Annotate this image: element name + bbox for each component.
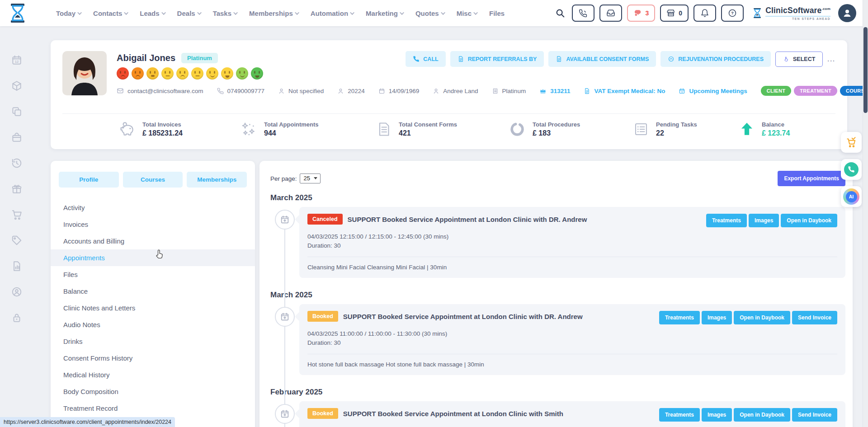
sidebar-menu-item[interactable]: Drinks [51, 333, 255, 350]
shopping-calendar-icon[interactable] [11, 131, 23, 143]
mood-face-icon[interactable] [176, 67, 189, 80]
sidebar-menu-item[interactable]: Accounts and Billing [51, 233, 255, 249]
mood-face-icon[interactable] [251, 67, 263, 80]
client-id: 20224 [337, 88, 365, 94]
cart-icon[interactable] [11, 209, 23, 221]
sidebar-menu-item[interactable]: Medical History [51, 366, 255, 383]
calendar-plus-icon [275, 404, 295, 424]
nav-item[interactable]: Files [489, 9, 505, 17]
history-icon[interactable] [11, 157, 23, 169]
nav-item[interactable]: Quotes [415, 9, 445, 17]
copy-icon[interactable] [11, 106, 23, 117]
price-tag-icon[interactable] [11, 235, 23, 246]
per-page-select[interactable]: 25 [300, 174, 321, 183]
appointment-action-button[interactable]: Images [702, 408, 732, 422]
chevron-down-icon [473, 10, 478, 15]
calendar-12-icon: 12 [679, 88, 685, 94]
nav-item[interactable]: Misc [457, 9, 478, 17]
help-button[interactable]: ? [721, 5, 744, 22]
vat-status[interactable]: VAT Exempt Medical: No [584, 88, 665, 94]
donut-chart-icon [509, 121, 526, 138]
sidebar-menu-item[interactable]: Treatment Record [51, 400, 255, 417]
sidebar-menu-item[interactable]: Consent Forms History [51, 350, 255, 366]
floating-ai-assistant-button[interactable]: AI [841, 186, 862, 207]
scrollbar[interactable] [863, 0, 868, 427]
mood-face-icon[interactable] [146, 67, 159, 80]
appointment-action-button[interactable]: Send Invoice [792, 311, 837, 324]
mood-face-icon[interactable] [236, 67, 248, 80]
appointment-action-button[interactable]: Open in Daybook [734, 311, 790, 324]
whatsapp-phone-icon [844, 162, 859, 177]
mood-face-icon[interactable] [117, 67, 129, 80]
sidebar-menu-item[interactable]: Audio Notes [51, 316, 255, 333]
tab[interactable]: Courses [123, 172, 183, 188]
mood-face-icon[interactable] [161, 67, 174, 80]
appointment-action-button[interactable]: Open in Daybook [781, 214, 837, 227]
sidebar-menu-item[interactable]: Files [51, 266, 255, 283]
shop-button[interactable]: 0 [660, 5, 689, 22]
task-list-icon [633, 121, 649, 137]
app-logo-hourglass-icon[interactable] [8, 3, 27, 23]
tab[interactable]: Memberships [187, 172, 247, 188]
sidebar-menu-item[interactable]: Clinic Notes and Letters [51, 300, 255, 316]
appointment-action-button[interactable]: Images [702, 311, 732, 324]
client-email[interactable]: contact@clinicsoftware.com [117, 87, 203, 94]
chevron-down-icon [161, 10, 166, 15]
floating-cart-button[interactable] [841, 132, 862, 153]
mood-face-icon[interactable] [221, 67, 233, 80]
user-avatar[interactable] [838, 4, 856, 22]
client-phone[interactable]: 07490009777 [217, 88, 265, 94]
appointment-datetime: 04/03/2025 11:00:00 / 11:00:00 - 11:30:0… [307, 330, 837, 337]
package-icon[interactable] [11, 80, 23, 92]
nav-item[interactable]: Tasks [213, 9, 238, 17]
call-button[interactable]: CALL [406, 51, 445, 67]
loyalty-points[interactable]: 313211 [539, 87, 570, 94]
user-badge-icon[interactable] [11, 286, 23, 298]
chevron-down-icon [441, 10, 445, 15]
sidebar-menu-item[interactable]: Appointments [51, 249, 255, 266]
available-consent-forms-button[interactable]: AVAILABLE CONSENT FORMS [548, 51, 656, 67]
sidebar-menu-item[interactable]: Balance [51, 283, 255, 300]
gift-icon[interactable] [11, 183, 23, 195]
export-appointments-button[interactable]: Export Appointments [778, 171, 845, 186]
sidebar-menu-item[interactable]: Activity [51, 199, 255, 216]
sidebar-menu-item[interactable]: Body Composition [51, 383, 255, 400]
appointment-action-button[interactable]: Images [749, 214, 779, 227]
chat-notifications-button[interactable]: 3 [627, 5, 656, 22]
search-icon[interactable] [555, 8, 565, 18]
nav-item[interactable]: Contacts [93, 9, 128, 17]
sidebar-menu-item[interactable]: Invoices [51, 216, 255, 233]
clinicsoftware-brand-logo[interactable]: ClinicSoftware.com TEN STEPS AHEAD [752, 6, 830, 20]
appointment-action-button[interactable]: Treatments [706, 214, 747, 227]
mood-face-icon[interactable] [132, 67, 144, 80]
document-icon [376, 121, 392, 137]
nav-item[interactable]: Memberships [249, 9, 299, 17]
appointment-action-button[interactable]: Send Invoice [792, 408, 837, 422]
floating-whatsapp-button[interactable] [841, 159, 862, 180]
nav-item[interactable]: Today [56, 9, 82, 17]
mood-face-icon[interactable] [191, 67, 203, 80]
upcoming-meetings-link[interactable]: 12 Upcoming Meetings [679, 88, 747, 94]
rejuvenation-procedures-button[interactable]: REJUVENATION PROCEDURES [660, 51, 771, 67]
report-referrals-button[interactable]: REPORT REFERRALS BY [450, 51, 544, 67]
appointment-action-button[interactable]: Open in Daybook [734, 408, 790, 422]
notifications-bell-button[interactable] [693, 5, 716, 22]
inbox-button[interactable] [599, 5, 622, 22]
appointment-action-button[interactable]: Treatments [659, 311, 700, 324]
select-button[interactable]: SELECT [775, 52, 823, 67]
scrollbar-thumb[interactable] [863, 27, 868, 113]
appointment-action-button[interactable]: Treatments [659, 408, 700, 422]
mouse-hand-cursor [154, 249, 165, 260]
tab[interactable]: Profile [59, 172, 119, 188]
dialer-button[interactable] [572, 5, 594, 22]
nav-item[interactable]: Marketing [366, 9, 404, 17]
report-icon[interactable] [11, 260, 23, 272]
mood-face-icon[interactable] [206, 67, 218, 80]
nav-item[interactable]: Deals [177, 9, 202, 17]
client-level: Platinum [492, 88, 526, 94]
calendar-12-icon[interactable]: 12 [11, 54, 23, 66]
more-actions-button[interactable]: ... [827, 56, 835, 63]
nav-item[interactable]: Leads [140, 9, 165, 17]
nav-item[interactable]: Automation [311, 9, 354, 17]
lock-icon[interactable] [11, 312, 23, 324]
